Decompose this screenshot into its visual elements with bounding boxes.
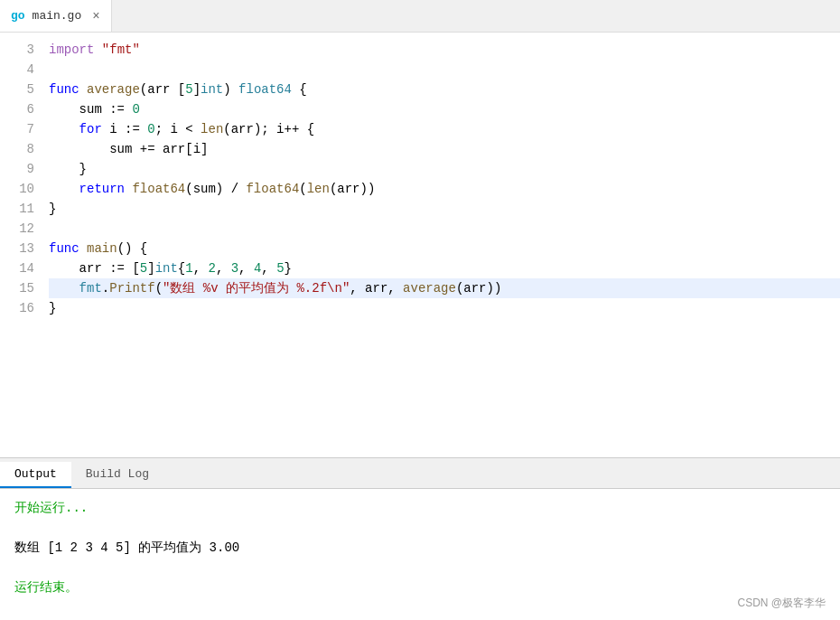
code-line-8: sum += arr[i] <box>49 139 840 159</box>
code-line-14: arr := [5]int{1, 2, 3, 4, 5} <box>49 258 840 278</box>
code-line-16: } <box>49 298 840 318</box>
code-line-7: for i := 0; i < len(arr); i++ { <box>49 119 840 139</box>
output-line-2 <box>14 518 826 538</box>
go-language-icon: go <box>11 9 25 23</box>
code-editor: 3 4 5 6 7 8 9 10 11 12 13 14 15 16 impor… <box>0 33 840 457</box>
code-line-10: return float64(sum) / float64(len(arr)) <box>49 179 840 199</box>
output-area: 开始运行... 数组 [1 2 3 4 5] 的平均值为 3.00 运行结束。 … <box>0 489 840 620</box>
title-bar: go main.go × <box>0 0 840 33</box>
code-line-5: func average(arr [5]int) float64 { <box>49 80 840 99</box>
bottom-panel: Output Build Log 开始运行... 数组 [1 2 3 4 5] … <box>0 457 840 620</box>
code-line-15: fmt.Printf("数组 %v 的平均值为 %.2f\n", arr, av… <box>49 278 840 298</box>
code-line-11: } <box>49 199 840 219</box>
code-line-12 <box>49 219 840 239</box>
tab-output[interactable]: Output <box>0 462 71 488</box>
output-line-1: 开始运行... <box>14 498 826 518</box>
output-line-3: 数组 [1 2 3 4 5] 的平均值为 3.00 <box>14 538 826 558</box>
code-lines: import "fmt" func average(arr [5]int) fl… <box>45 33 840 457</box>
tab-close-button[interactable]: × <box>92 9 99 23</box>
line-numbers: 3 4 5 6 7 8 9 10 11 12 13 14 15 16 <box>0 33 45 457</box>
bottom-tabs-bar: Output Build Log <box>0 458 840 489</box>
output-line-4 <box>14 558 826 578</box>
tab-filename: main.go <box>33 9 82 23</box>
code-line-9: } <box>49 159 840 179</box>
file-tab[interactable]: go main.go × <box>0 0 112 32</box>
code-line-4 <box>49 60 840 80</box>
output-line-5: 运行结束。 <box>14 578 826 597</box>
code-line-3: import "fmt" <box>49 40 840 60</box>
tab-build-log[interactable]: Build Log <box>71 462 163 488</box>
code-line-13: func main() { <box>49 239 840 258</box>
code-line-6: sum := 0 <box>49 99 840 119</box>
watermark: CSDN @极客李华 <box>737 593 826 613</box>
